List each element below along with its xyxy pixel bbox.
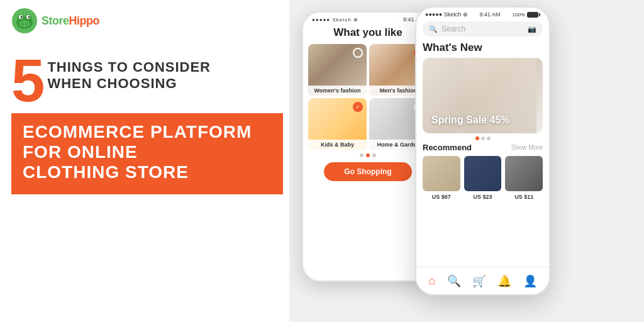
logo-store: Store	[42, 14, 69, 27]
svg-point-6	[21, 16, 23, 18]
phone1-grid: Women's fashion Men's fashion Kids & Bab…	[303, 44, 433, 150]
recommend-label: Recommend	[423, 143, 472, 152]
svg-point-10	[25, 23, 28, 25]
search-placeholder: Search	[441, 25, 524, 33]
battery-tip	[539, 13, 540, 16]
orange-line2: FOR ONLINE	[23, 142, 272, 162]
phone1-signal: ●●●●● Sketch ⊕	[312, 17, 358, 23]
banner-dot-2	[481, 136, 485, 140]
kids-label: Kids & Baby	[308, 140, 367, 150]
logo-hippo: Hippo	[69, 14, 100, 27]
whats-new-title: What's New	[416, 40, 549, 58]
banner-dot-1	[475, 136, 479, 140]
phone1-page-dots	[303, 150, 433, 160]
camera-icon: 📷	[528, 25, 536, 33]
nav-search-icon[interactable]: 🔍	[447, 274, 461, 288]
phone2-banner-dots	[416, 133, 549, 142]
go-shopping-button[interactable]: Go Shopping	[324, 162, 412, 181]
headline-line1: THINGS TO CONSIDER	[47, 59, 211, 75]
svg-point-8	[19, 21, 30, 27]
battery-percent: 100%	[513, 12, 525, 18]
nav-user-icon[interactable]: 👤	[523, 274, 537, 288]
phone1: ●●●●● Sketch ⊕ 9:41 AM What you like Wom…	[302, 11, 434, 282]
logo-text: StoreHippo	[42, 14, 99, 28]
women-label: Women's fashion	[308, 86, 367, 96]
nav-bell-icon[interactable]: 🔔	[497, 274, 511, 288]
product-item-2[interactable]: US $23	[464, 156, 502, 200]
grid-item-women[interactable]: Women's fashion	[308, 44, 367, 96]
right-panel: ●●●●● Sketch ⊕ 9:41 AM What you like Wom…	[289, 0, 644, 322]
headline-area: 5 THINGS TO CONSIDER WHEN CHOOSING ECOMM…	[11, 50, 283, 194]
battery-icon: 100%	[513, 12, 540, 18]
product-item-3[interactable]: US $11	[505, 156, 543, 200]
things-line: THINGS TO CONSIDER WHEN CHOOSING	[47, 59, 211, 92]
page: StoreHippo 5 THINGS TO CONSIDER WHEN CHO…	[0, 0, 644, 322]
grid-item-kids[interactable]: Kids & Baby	[308, 98, 367, 150]
svg-point-7	[28, 16, 30, 18]
logo-area: StoreHippo	[11, 8, 99, 34]
phone2: ●●●●● Sketch ⊕ 9:41 AM 100% 🔍 Search 📷 W…	[415, 6, 550, 296]
phone2-time: 9:41 AM	[480, 11, 501, 18]
phone2-navbar: ⌂ 🔍 🛒 🔔 👤	[416, 267, 549, 294]
product-image-shoe	[423, 156, 460, 191]
nav-home-icon[interactable]: ⌂	[428, 274, 435, 287]
product-price-3: US $11	[505, 194, 543, 200]
search-icon: 🔍	[429, 25, 438, 33]
orange-line3: CLOTHING STORE	[23, 162, 272, 182]
nav-cart-icon[interactable]: 🛒	[472, 274, 486, 288]
product-list: US $67 US $23 US $11	[416, 156, 549, 200]
phone2-search-bar[interactable]: 🔍 Search 📷	[423, 21, 543, 36]
kids-check[interactable]	[353, 102, 363, 112]
battery-fill	[528, 13, 538, 17]
show-more-button[interactable]: Show More	[511, 144, 543, 151]
headline-line2: WHEN CHOOSING	[47, 75, 211, 92]
banner-dot-3	[487, 136, 491, 140]
dot-2	[366, 153, 370, 157]
women-check[interactable]	[353, 48, 363, 58]
phone1-status-bar: ●●●●● Sketch ⊕ 9:41 AM	[303, 13, 433, 24]
dot-1	[360, 153, 364, 157]
product-image-glasses	[505, 156, 543, 191]
logo-icon	[11, 8, 38, 34]
phone2-signal: ●●●●● Sketch ⊕	[425, 11, 468, 18]
product-price-2: US $23	[464, 194, 502, 200]
recommend-header: Recommend Show More	[416, 142, 549, 156]
phone1-title: What you like	[303, 24, 433, 44]
dot-3	[372, 153, 376, 157]
banner-text: Spring Sale 45%	[431, 114, 510, 125]
product-price-1: US $67	[423, 194, 460, 200]
phone2-banner: Spring Sale 45%	[423, 58, 543, 133]
product-image-bag	[464, 156, 502, 191]
left-panel: StoreHippo 5 THINGS TO CONSIDER WHEN CHO…	[0, 0, 289, 322]
svg-point-9	[21, 23, 24, 25]
orange-line1: ECOMMERCE PLATFORM	[23, 122, 272, 142]
battery-body	[527, 12, 538, 18]
phone2-status-bar: ●●●●● Sketch ⊕ 9:41 AM 100%	[416, 8, 549, 19]
big-number: 5	[11, 50, 45, 111]
product-item-1[interactable]: US $67	[423, 156, 460, 200]
orange-block: ECOMMERCE PLATFORM FOR ONLINE CLOTHING S…	[11, 113, 283, 194]
banner-overlay: Spring Sale 45%	[431, 114, 510, 126]
